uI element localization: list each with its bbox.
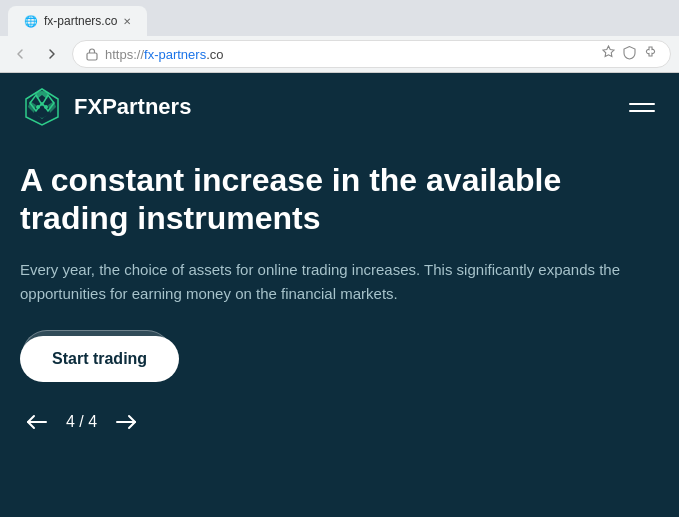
pagination: 4 / 4 xyxy=(20,412,659,432)
logo-fx: FX xyxy=(74,94,102,119)
website-content: FXPartners A constant increase in the av… xyxy=(0,73,679,517)
svg-rect-0 xyxy=(87,53,97,60)
forward-button[interactable] xyxy=(40,42,64,66)
url-actions xyxy=(601,45,658,63)
main-heading: A constant increase in the available tra… xyxy=(20,161,659,238)
extensions-icon[interactable] xyxy=(643,45,658,63)
main-content: A constant increase in the available tra… xyxy=(0,141,679,432)
browser-chrome: 🌐 fx-partners.co ✕ https://fx-partners.c… xyxy=(0,0,679,73)
svg-point-2 xyxy=(36,105,40,109)
pagination-next-button[interactable] xyxy=(113,412,139,432)
shield-icon xyxy=(622,45,637,63)
logo-partners: Partners xyxy=(102,94,191,119)
site-header: FXPartners xyxy=(0,73,679,141)
main-description: Every year, the choice of assets for onl… xyxy=(20,258,659,306)
tab-bar: 🌐 fx-partners.co ✕ xyxy=(0,0,679,36)
arrow-left-icon xyxy=(26,414,48,430)
lock-icon xyxy=(85,47,99,61)
tab-title: fx-partners.co xyxy=(44,14,117,28)
browser-tab[interactable]: 🌐 fx-partners.co ✕ xyxy=(8,6,147,36)
logo-area: FXPartners xyxy=(20,85,191,129)
arrow-right-icon xyxy=(115,414,137,430)
logo-text: FXPartners xyxy=(74,94,191,120)
logo-icon xyxy=(20,85,64,129)
pagination-counter: 4 / 4 xyxy=(66,413,97,431)
star-icon[interactable] xyxy=(601,45,616,63)
url-tld: .co xyxy=(206,47,223,62)
back-button[interactable] xyxy=(8,42,32,66)
url-text: https://fx-partners.co xyxy=(105,47,224,62)
tab-favicon: 🌐 xyxy=(24,15,38,28)
hamburger-line-1 xyxy=(629,103,655,105)
svg-point-3 xyxy=(44,105,48,109)
hamburger-line-2 xyxy=(629,110,655,112)
address-bar: https://fx-partners.co xyxy=(0,36,679,72)
start-trading-button[interactable]: Start trading xyxy=(20,336,179,382)
hamburger-menu-button[interactable] xyxy=(625,99,659,116)
url-bar[interactable]: https://fx-partners.co xyxy=(72,40,671,68)
pagination-prev-button[interactable] xyxy=(24,412,50,432)
cta-button-wrapper: Start trading Start trading xyxy=(20,336,179,382)
url-scheme: https:// xyxy=(105,47,144,62)
tab-close-icon[interactable]: ✕ xyxy=(123,16,131,27)
url-domain: fx-partners xyxy=(144,47,206,62)
